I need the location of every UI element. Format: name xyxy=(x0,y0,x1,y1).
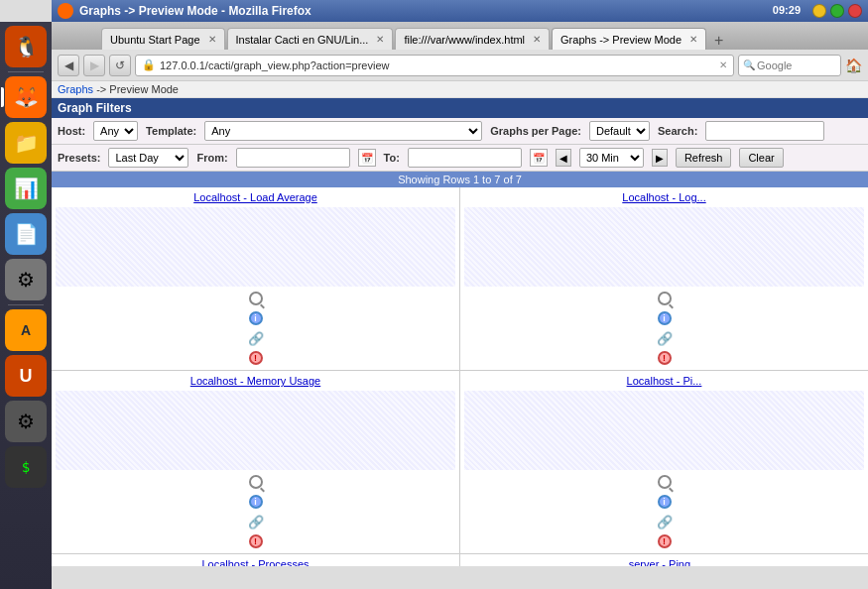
info-icon[interactable]: i xyxy=(657,494,673,510)
new-tab-button[interactable]: + xyxy=(710,32,727,50)
info-icon[interactable]: i xyxy=(248,494,264,510)
browser-wrapper: Graphs -> Preview Mode - Mozilla Firefox… xyxy=(52,0,868,566)
search-bar[interactable]: 🔍 xyxy=(738,55,841,76)
filters-row2: Presets: Last Day Last Week Last Month F… xyxy=(52,145,868,172)
error-icon[interactable]: ! xyxy=(657,350,673,366)
graph-icons-load-average: i 🔗 ! xyxy=(56,291,455,366)
from-label: From: xyxy=(196,152,227,164)
sidebar-app-document[interactable]: 📄 xyxy=(5,213,47,255)
tab-close-icon[interactable]: ✕ xyxy=(689,34,697,45)
sidebar-app-amazon[interactable]: A xyxy=(5,309,47,351)
maximize-button[interactable] xyxy=(830,4,844,18)
sidebar-app-ubuntu[interactable]: 🐧 xyxy=(5,26,47,67)
search-input[interactable] xyxy=(705,121,824,141)
window-clock: 09:29 xyxy=(773,4,801,18)
tab-ubuntu-start[interactable]: Ubuntu Start Page ✕ xyxy=(101,28,225,50)
graph-title-memory[interactable]: Localhost - Memory Usage xyxy=(56,375,455,387)
minimize-button[interactable] xyxy=(812,4,826,18)
navbar: ◀ ▶ ↺ 🔒 127.0.0.1/cacti/graph_view.php?a… xyxy=(52,50,868,81)
sidebar-app-files[interactable]: 📁 xyxy=(5,122,47,164)
address-bar[interactable]: 🔒 127.0.0.1/cacti/graph_view.php?action=… xyxy=(135,55,734,76)
forward-button[interactable]: ▶ xyxy=(83,55,105,76)
next-interval-button[interactable]: ▶ xyxy=(652,149,668,167)
breadcrumb-current: Preview Mode xyxy=(109,83,179,95)
showing-rows-bar: Showing Rows 1 to 7 of 7 xyxy=(52,172,868,187)
tab-cacti-install[interactable]: Instalar Cacti en GNU/Lin... ✕ xyxy=(227,28,394,50)
close-button[interactable] xyxy=(848,4,862,18)
back-button[interactable]: ◀ xyxy=(58,55,79,76)
tab-close-icon[interactable]: ✕ xyxy=(208,34,216,45)
prev-interval-button[interactable]: ◀ xyxy=(556,149,571,167)
error-icon[interactable]: ! xyxy=(248,533,264,549)
tab-label: file:///var/www/index.html xyxy=(404,34,525,46)
sidebar-app-ubuntu2[interactable]: U xyxy=(5,355,47,397)
search-label: Search: xyxy=(658,125,697,137)
link-icon[interactable]: 🔗 xyxy=(657,514,673,530)
info-icon[interactable]: i xyxy=(657,310,673,326)
breadcrumb-home-link[interactable]: Graphs xyxy=(58,83,93,95)
presets-label: Presets: xyxy=(58,152,100,164)
presets-select[interactable]: Last Day Last Week Last Month xyxy=(108,148,188,168)
from-input[interactable]: 2014-05-16 09:29 xyxy=(236,148,350,168)
template-label: Template: xyxy=(146,125,196,137)
firefox-icon xyxy=(58,3,73,19)
sidebar-app-spreadsheet[interactable]: 📊 xyxy=(5,168,47,209)
tab-close-icon[interactable]: ✕ xyxy=(533,34,541,45)
tab-close-icon[interactable]: ✕ xyxy=(376,34,384,45)
magnify-icon[interactable] xyxy=(657,291,673,306)
main-content: Graph Filters Host: Any Template: Any Gr… xyxy=(52,98,868,566)
graphs-per-page-select[interactable]: Default xyxy=(589,121,650,141)
sidebar-app-firefox[interactable]: 🦊 xyxy=(5,76,47,118)
to-calendar-button[interactable]: 📅 xyxy=(530,149,548,167)
graph-title-ping[interactable]: Localhost - Pi... xyxy=(464,375,864,387)
ubuntu-sidebar: 🐧 🦊 📁 📊 📄 ⚙ A U ⚙ $ xyxy=(0,22,52,589)
to-input[interactable]: 2014-05-17 09:29 xyxy=(408,148,522,168)
magnify-icon[interactable] xyxy=(248,474,264,490)
link-icon[interactable]: 🔗 xyxy=(657,330,673,346)
refresh-button[interactable]: ↺ xyxy=(109,55,131,76)
graph-title-processes[interactable]: Localhost - Processes xyxy=(56,558,455,566)
graph-row-3: Localhost - Processes i 🔗 ! server - Pin… xyxy=(52,554,868,566)
graph-title-load-average[interactable]: Localhost - Load Average xyxy=(56,191,455,203)
graph-title-log[interactable]: Localhost - Log... xyxy=(464,191,864,203)
graph-filters-header: Graph Filters xyxy=(52,98,868,118)
from-calendar-button[interactable]: 📅 xyxy=(358,149,376,167)
tabbar: Ubuntu Start Page ✕ Instalar Cacti en GN… xyxy=(52,22,868,50)
nav-refresh-icon: ✕ xyxy=(719,59,727,70)
graph-icons-ping: i 🔗 ! xyxy=(464,474,864,549)
clear-button[interactable]: Clear xyxy=(739,148,783,168)
error-icon[interactable]: ! xyxy=(657,533,673,549)
tab-index[interactable]: file:///var/www/index.html ✕ xyxy=(395,28,550,50)
graph-image-memory xyxy=(56,391,455,470)
magnify-icon[interactable] xyxy=(248,291,264,306)
graph-cell-processes: Localhost - Processes i 🔗 ! xyxy=(52,554,460,566)
host-label: Host: xyxy=(58,125,85,137)
error-icon[interactable]: ! xyxy=(248,350,264,366)
graph-cell-memory: Localhost - Memory Usage i 🔗 ! xyxy=(52,371,460,553)
tab-graphs-preview[interactable]: Graphs -> Preview Mode ✕ xyxy=(552,28,706,50)
magnify-icon[interactable] xyxy=(657,474,673,490)
graph-cell-log: Localhost - Log... i 🔗 ! xyxy=(460,187,868,370)
interval-select[interactable]: 30 Min 1 Hour 2 Hours xyxy=(579,148,644,168)
link-icon[interactable]: 🔗 xyxy=(248,514,264,530)
info-icon[interactable]: i xyxy=(248,310,264,326)
breadcrumb-separator: -> xyxy=(96,83,106,95)
sidebar-app-system[interactable]: ⚙ xyxy=(5,401,47,442)
host-select[interactable]: Any xyxy=(93,121,138,141)
graph-title-server-ping[interactable]: server - Ping... xyxy=(464,558,864,566)
graph-cell-load-average: Localhost - Load Average i 🔗 xyxy=(52,187,460,370)
refresh-button[interactable]: Refresh xyxy=(676,148,732,168)
graph-row-1: Localhost - Load Average i 🔗 xyxy=(52,187,868,371)
home-button[interactable]: 🏠 xyxy=(845,58,862,73)
sidebar-app-settings[interactable]: ⚙ xyxy=(5,259,47,300)
template-select[interactable]: Any xyxy=(204,121,482,141)
search-input[interactable] xyxy=(757,59,836,71)
address-text: 127.0.0.1/cacti/graph_view.php?action=pr… xyxy=(160,59,715,71)
graph-cell-ping: Localhost - Pi... i 🔗 ! xyxy=(460,371,868,553)
showing-rows-text: Showing Rows 1 to 7 of 7 xyxy=(398,174,522,185)
graph-image-ping xyxy=(464,391,864,470)
link-icon[interactable]: 🔗 xyxy=(248,330,264,346)
graph-icons-log: i 🔗 ! xyxy=(464,291,864,366)
sidebar-app-terminal[interactable]: $ xyxy=(5,446,47,488)
lock-icon: 🔒 xyxy=(142,59,156,71)
